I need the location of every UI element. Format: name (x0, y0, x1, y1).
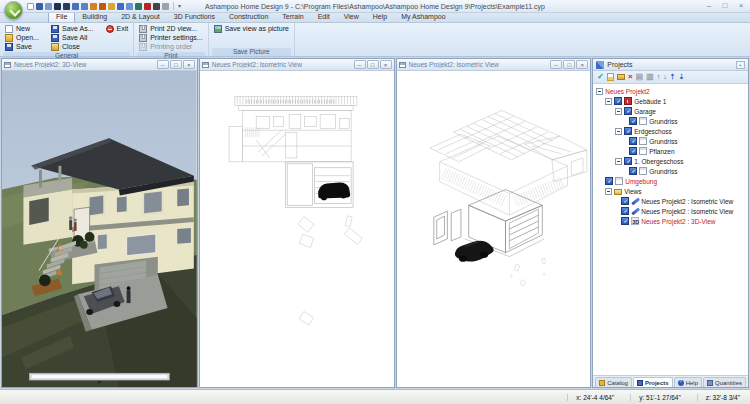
visibility-checkbox[interactable] (624, 157, 632, 165)
tab-2d-layout[interactable]: 2D & Layout (114, 12, 167, 22)
tab-construction[interactable]: Construction (222, 12, 275, 22)
vp-restore-button[interactable]: □ (367, 60, 379, 69)
tree-item-views[interactable]: Views (595, 186, 748, 196)
tree-item-pflanzen[interactable]: Pflanzen (595, 146, 748, 156)
open-icon[interactable] (108, 3, 115, 10)
vp-minimize-button[interactable]: – (157, 60, 169, 69)
undo-icon[interactable] (36, 3, 43, 10)
settings-icon[interactable] (162, 3, 169, 10)
isometric-view-2-canvas[interactable] (397, 71, 591, 387)
visibility-checkbox[interactable] (605, 177, 613, 185)
save-as-button[interactable]: Save As... (49, 24, 96, 33)
sort-down-icon[interactable]: ⇣ (679, 72, 685, 82)
minimize-button[interactable]: – (704, 1, 714, 11)
viewport-iso1-titlebar[interactable]: Neues Projekt2: Isometric View – □ × (200, 59, 394, 71)
house-isometric-wireframe[interactable] (397, 71, 591, 387)
tab-my-ashampoo[interactable]: My Ashampoo (394, 12, 452, 22)
cut-icon[interactable] (54, 3, 61, 10)
visibility-checkbox[interactable] (629, 147, 637, 155)
layers-icon[interactable] (117, 3, 124, 10)
tab-terrain[interactable]: Terrain (275, 12, 310, 22)
visibility-checkbox[interactable] (629, 137, 637, 145)
flag-icon[interactable] (144, 3, 151, 10)
new-project-icon[interactable] (607, 73, 614, 81)
sort-up-icon[interactable]: ⇡ (670, 72, 676, 82)
tree-item-grundriss-1[interactable]: Grundriss (595, 116, 748, 126)
close-button[interactable]: × (736, 1, 746, 11)
pin-icon[interactable]: ▪ (736, 61, 745, 69)
tree-item-view-3d[interactable]: 3D Neues Projekt2 : 3D-View (595, 216, 748, 226)
collapse-icon[interactable] (615, 128, 622, 135)
open-project-icon[interactable] (617, 74, 625, 80)
save-view-as-picture-button[interactable]: Save view as picture (212, 24, 291, 33)
import-icon[interactable] (99, 3, 106, 10)
application-menu-button[interactable] (4, 1, 23, 20)
isometric-view-1-canvas[interactable] (200, 71, 394, 387)
viewport-3d-titlebar[interactable]: Neues Projekt2: 3D-View – □ × (2, 59, 197, 71)
tree-item-grundriss-2[interactable]: Grundriss (595, 136, 748, 146)
tab-quantities[interactable]: Quantities (703, 377, 746, 387)
new-button[interactable]: New (3, 24, 41, 33)
measure-icon[interactable] (126, 3, 133, 10)
tab-building[interactable]: Building (75, 12, 114, 22)
tree-item-erdgeschoss[interactable]: Erdgeschoss (595, 126, 748, 136)
exit-button[interactable]: Exit (104, 24, 131, 33)
move-down-icon[interactable]: ↓ (663, 72, 667, 82)
vp-close-button[interactable]: × (576, 60, 588, 69)
vp-restore-button[interactable]: □ (170, 60, 182, 69)
visibility-checkbox[interactable] (629, 167, 637, 175)
visibility-checkbox[interactable] (624, 127, 632, 135)
visibility-checkbox[interactable] (621, 197, 629, 205)
collapse-icon[interactable] (605, 188, 612, 195)
print-2d-view-button[interactable]: Print 2D view... (137, 24, 205, 33)
tree-item-grundriss-3[interactable]: Grundriss (595, 166, 748, 176)
collapse-icon[interactable] (596, 88, 603, 95)
tab-projects[interactable]: Projects (633, 377, 673, 387)
tree-item-project-root[interactable]: Neues Projekt2 (595, 86, 748, 96)
vp-minimize-button[interactable]: – (550, 60, 562, 69)
visibility-checkbox[interactable] (614, 97, 622, 105)
tree-item-umgebung[interactable]: Umgebung (595, 176, 748, 186)
save-all-button[interactable]: Save All (49, 33, 96, 42)
viewport-iso2-titlebar[interactable]: Neues Projekt2: Isometric View – □ × (397, 59, 591, 71)
vp-restore-button[interactable]: □ (563, 60, 575, 69)
delete-icon[interactable]: × (628, 72, 633, 82)
tab-help[interactable]: Help (674, 377, 702, 387)
tab-help[interactable]: Help (366, 12, 394, 22)
align-icon[interactable] (72, 3, 79, 10)
visibility-checkbox[interactable] (624, 107, 632, 115)
tree-item-view-iso-2[interactable]: Neues Projekt2 : Isometric View (595, 206, 748, 216)
person-icon[interactable] (135, 3, 142, 10)
restore-button[interactable]: □ (720, 1, 730, 11)
pen-icon[interactable] (153, 3, 160, 10)
new-icon[interactable] (27, 3, 34, 10)
tab-edit[interactable]: Edit (311, 12, 337, 22)
vp-minimize-button[interactable]: – (354, 60, 366, 69)
qat-dropdown-icon[interactable]: ▾ (178, 3, 181, 10)
collapse-icon[interactable] (615, 158, 622, 165)
printer-settings-button[interactable]: Printer settings... (137, 33, 205, 42)
save-button[interactable]: Save (3, 42, 41, 51)
visibility-checkbox[interactable] (621, 207, 629, 215)
tab-catalog[interactable]: Catalog (595, 377, 632, 387)
tab-view[interactable]: View (337, 12, 366, 22)
3d-view-canvas[interactable] (2, 71, 197, 387)
projects-panel-header[interactable]: Projects ▪ (593, 59, 748, 71)
open-button[interactable]: Open... (3, 33, 41, 42)
visibility-checkbox[interactable] (621, 217, 629, 225)
delete-icon[interactable] (63, 3, 70, 10)
title-bar[interactable]: ▾ Ashampoo Home Design 9 - C:\Program Fi… (0, 0, 750, 13)
confirm-icon[interactable]: ✓ (597, 72, 604, 82)
tree-item-building[interactable]: Gebäude 1 (595, 96, 748, 106)
house-3d-render[interactable] (2, 71, 197, 387)
move-up-icon[interactable]: ↑ (657, 72, 661, 82)
tree-item-obergeschoss[interactable]: 1. Obergeschoss (595, 156, 748, 166)
image-icon[interactable] (90, 3, 97, 10)
tree-item-view-iso-1[interactable]: Neues Projekt2 : Isometric View (595, 196, 748, 206)
tab-3d-functions[interactable]: 3D Functions (167, 12, 222, 22)
collapse-icon[interactable] (615, 108, 622, 115)
house-elevation-wireframe[interactable] (200, 71, 394, 387)
table-icon[interactable] (81, 3, 88, 10)
collapse-icon[interactable] (605, 98, 612, 105)
vp-close-button[interactable]: × (380, 60, 392, 69)
